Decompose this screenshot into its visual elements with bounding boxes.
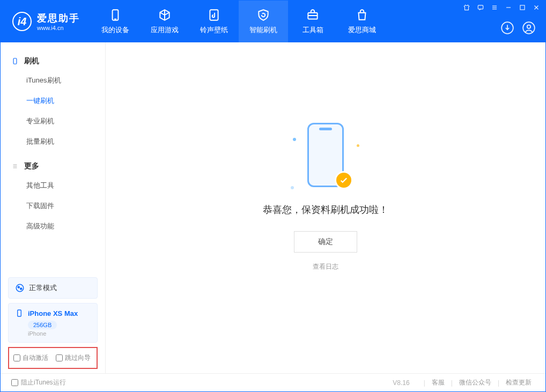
device-type: iPhone (28, 330, 91, 337)
logo-block[interactable]: i4 爱思助手 www.i4.cn (1, 12, 91, 31)
checkbox-label: 跳过向导 (65, 353, 91, 363)
nav-label: 我的设备 (101, 25, 129, 35)
logo-text: 爱思助手 www.i4.cn (37, 12, 80, 31)
group-title-label: 刷机 (24, 56, 39, 66)
nav-flash[interactable]: 智能刷机 (239, 1, 288, 42)
footer-link-update[interactable]: 检查更新 (506, 378, 532, 387)
sidebar-item-itunes-flash[interactable]: iTunes刷机 (1, 70, 105, 91)
mode-label: 正常模式 (29, 283, 57, 293)
view-log-link[interactable]: 查看日志 (313, 262, 338, 271)
nav-store[interactable]: 爱思商城 (337, 1, 387, 42)
music-file-icon (207, 8, 221, 22)
sidebar-bottom: 正常模式 iPhone XS Max 256GB iPhone 自动激活 跳过向… (1, 273, 105, 373)
phone-icon (108, 8, 122, 22)
version-label: V8.16 (393, 379, 409, 387)
app-url: www.i4.cn (37, 25, 80, 31)
sidebar-item-pro-flash[interactable]: 专业刷机 (1, 111, 105, 131)
group-title-label: 更多 (24, 161, 39, 171)
success-message: 恭喜您，保资料刷机成功啦！ (263, 203, 388, 216)
feedback-icon[interactable] (477, 4, 484, 11)
nav-label: 铃声壁纸 (200, 25, 228, 35)
svg-point-13 (523, 22, 535, 34)
device-storage-badge: 256GB (28, 321, 57, 329)
auto-activate-checkbox[interactable]: 自动激活 (13, 353, 48, 363)
svg-point-21 (20, 288, 22, 290)
skin-icon[interactable] (463, 4, 470, 11)
phone-outline-icon (11, 57, 19, 65)
footer-link-wechat[interactable]: 微信公众号 (459, 378, 491, 387)
header: i4 爱思助手 www.i4.cn 我的设备 应用游戏 铃声壁纸 智能刷机 (1, 1, 545, 42)
sidebar-item-oneclick-flash[interactable]: 一键刷机 (1, 91, 105, 111)
svg-rect-4 (478, 5, 483, 9)
svg-rect-9 (520, 5, 525, 10)
window-controls (463, 4, 540, 11)
block-itunes-checkbox[interactable]: 阻止iTunes运行 (11, 378, 66, 387)
main-content: 恭喜您，保资料刷机成功啦！ 确定 查看日志 (106, 42, 545, 373)
app-name: 爱思助手 (37, 12, 80, 25)
sidebar-item-other-tools[interactable]: 其他工具 (1, 175, 105, 196)
sidebar-item-download-firmware[interactable]: 下载固件 (1, 196, 105, 216)
checkbox-label: 阻止iTunes运行 (21, 378, 66, 387)
checkmark-badge (335, 171, 353, 189)
device-name-row: iPhone XS Max (15, 309, 91, 317)
separator: | (498, 379, 499, 387)
nav: 我的设备 应用游戏 铃声壁纸 智能刷机 工具箱 爱思商城 (91, 1, 387, 42)
nav-apps-games[interactable]: 应用游戏 (140, 1, 189, 42)
user-icon[interactable] (522, 21, 536, 35)
body: 刷机 iTunes刷机 一键刷机 专业刷机 批量刷机 更多 其他工具 下载固件 … (1, 42, 545, 373)
close-icon[interactable] (533, 4, 540, 11)
sidebar-item-advanced[interactable]: 高级功能 (1, 216, 105, 236)
footer: 阻止iTunes运行 V8.16 | 客服 | 微信公众号 | 检查更新 (1, 373, 545, 391)
check-icon (339, 175, 349, 185)
options-row: 自动激活 跳过向导 (8, 347, 98, 369)
footer-link-support[interactable]: 客服 (432, 378, 445, 387)
minimize-icon[interactable] (505, 4, 512, 11)
sidebar-group-more: 更多 (1, 157, 105, 175)
sidebar-group-flash: 刷机 (1, 52, 105, 70)
nav-toolbox[interactable]: 工具箱 (288, 1, 337, 42)
nav-ringtone-wallpaper[interactable]: 铃声壁纸 (189, 1, 239, 42)
nav-label: 爱思商城 (348, 25, 376, 35)
nav-my-device[interactable]: 我的设备 (91, 1, 140, 42)
svg-point-19 (16, 284, 24, 292)
toolbox-icon (306, 8, 320, 22)
menu-icon[interactable] (491, 4, 498, 11)
download-icon[interactable] (500, 21, 514, 35)
nav-label: 应用游戏 (151, 25, 179, 35)
app-window: i4 爱思助手 www.i4.cn 我的设备 应用游戏 铃声壁纸 智能刷机 (0, 0, 546, 392)
svg-rect-2 (210, 10, 218, 20)
sidebar-item-batch-flash[interactable]: 批量刷机 (1, 131, 105, 152)
sidebar: 刷机 iTunes刷机 一键刷机 专业刷机 批量刷机 更多 其他工具 下载固件 … (1, 42, 106, 373)
svg-rect-15 (13, 58, 17, 64)
success-illustration (291, 123, 360, 193)
svg-point-20 (18, 286, 19, 288)
svg-rect-22 (18, 310, 21, 316)
bag-icon (355, 8, 369, 22)
separator: | (451, 379, 453, 387)
skip-guide-checkbox[interactable]: 跳过向导 (56, 353, 91, 363)
phone-small-icon (15, 309, 24, 317)
list-icon (11, 162, 19, 170)
separator: | (424, 379, 425, 387)
ok-button[interactable]: 确定 (294, 231, 357, 253)
device-info-box[interactable]: iPhone XS Max 256GB iPhone (8, 303, 98, 343)
shield-refresh-icon (256, 8, 270, 22)
maximize-icon[interactable] (519, 4, 526, 11)
logo-icon: i4 (12, 12, 32, 31)
nav-label: 智能刷机 (249, 25, 277, 35)
svg-point-14 (527, 25, 531, 29)
nav-label: 工具箱 (302, 25, 323, 35)
cube-icon (158, 8, 172, 22)
header-right (500, 21, 536, 35)
checkbox-label: 自动激活 (23, 353, 48, 363)
device-mode-box[interactable]: 正常模式 (8, 277, 98, 299)
mode-icon (15, 283, 25, 293)
device-name: iPhone XS Max (28, 309, 78, 317)
